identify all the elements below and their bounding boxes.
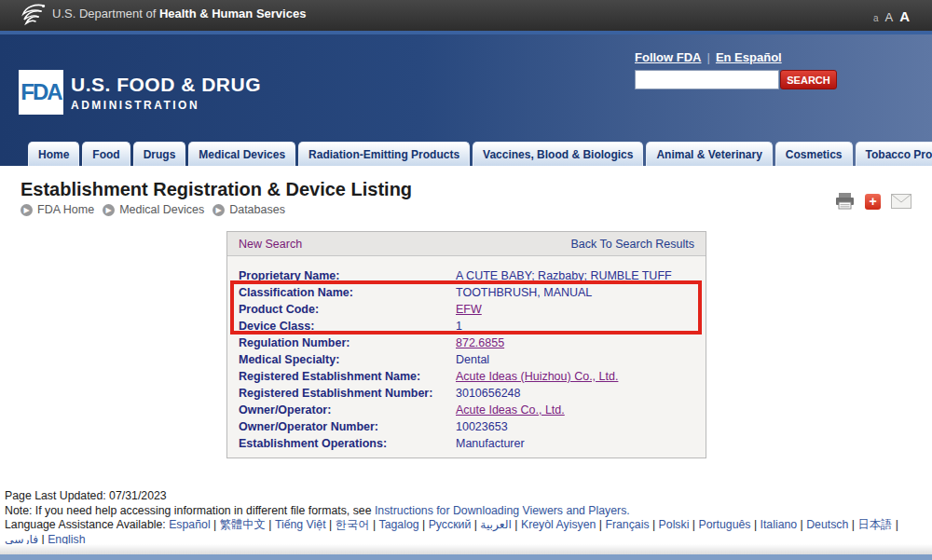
language-link-[interactable]: 한국어 <box>336 518 370 531</box>
header-links-separator: | <box>707 50 710 64</box>
fda-brand-text: U.S. FOOD & DRUG ADMINISTRATION <box>71 70 261 115</box>
detail-row-establishment-operations: Establishment Operations:Manufacturer <box>227 435 706 452</box>
hhs-department-text[interactable]: U.S. Department of Health & Human Servic… <box>52 7 306 20</box>
language-link-krey-l-ayisyen[interactable]: Kreyòl Ayisyen <box>521 518 596 531</box>
text-size-large-button[interactable]: A <box>899 8 910 24</box>
nav-tab-radiation-emitting-products[interactable]: Radiation-Emitting Products <box>298 142 470 166</box>
detail-value: 10023653 <box>456 418 508 435</box>
language-link-ti-ng-vi-t[interactable]: Tiếng Việt <box>275 518 326 531</box>
language-assistance-label: Language Assistance Available: <box>5 518 169 531</box>
fda-brand[interactable]: FDA U.S. FOOD & DRUG ADMINISTRATION <box>19 70 261 115</box>
language-separator: | <box>650 518 659 531</box>
nav-tab-food[interactable]: Food <box>82 142 130 166</box>
detail-value-link[interactable]: Acute Ideas Co., Ltd. <box>456 402 565 418</box>
detail-label: Owner/Operator: <box>239 402 456 418</box>
breadcrumb: ▶FDA Home▶Medical Devices▶Databases <box>21 203 932 216</box>
search-input[interactable] <box>635 70 779 89</box>
detail-label: Registered Establishment Number: <box>239 385 456 402</box>
language-separator: | <box>751 518 761 531</box>
nav-tab-vaccines-blood-biologics[interactable]: Vaccines, Blood & Biologics <box>473 142 643 166</box>
language-separator: | <box>848 518 857 531</box>
language-separator: | <box>419 518 429 531</box>
language-assistance: Language Assistance Available: Español |… <box>5 518 923 547</box>
detail-value: 1 <box>456 318 462 335</box>
detail-row-medical-specialty: Medical Specialty:Dental <box>227 351 706 368</box>
fda-logo: FDA <box>19 70 63 115</box>
language-link-[interactable]: العربية <box>480 518 512 531</box>
fda-org-line1: U.S. FOOD & DRUG <box>71 74 261 96</box>
language-link-[interactable]: 繁體中文 <box>220 518 266 531</box>
fda-masthead: FDA U.S. FOOD & DRUG ADMINISTRATION Foll… <box>0 34 932 166</box>
page-title: Establishment Registration & Device List… <box>21 179 932 200</box>
follow-fda-link[interactable]: Follow FDA <box>635 50 702 64</box>
language-link-[interactable]: 日本語 <box>857 518 892 531</box>
nav-tab-tobacco-products[interactable]: Tobacco Products <box>856 142 932 166</box>
language-separator: | <box>369 518 378 531</box>
breadcrumb-label: FDA Home <box>37 203 94 216</box>
detail-label: Establishment Operations: <box>239 435 456 452</box>
detail-label: Registered Establishment Name: <box>239 368 456 385</box>
language-separator: | <box>326 518 336 531</box>
language-link-fran-ais[interactable]: Français <box>605 518 649 531</box>
file-formats-note: Note: If you need help accessing informa… <box>5 504 923 519</box>
hhs-eagle-logo-icon <box>19 2 47 26</box>
language-link-polski[interactable]: Polski <box>659 518 690 531</box>
page-action-icons: + <box>835 193 911 210</box>
viewers-players-link[interactable]: Instructions for Downloading Viewers and… <box>375 504 630 517</box>
email-icon[interactable] <box>891 194 911 209</box>
detail-label: Device Class: <box>239 318 456 335</box>
language-link-italiano[interactable]: Italiano <box>761 518 798 531</box>
breadcrumb-arrow-icon: ▶ <box>212 204 225 216</box>
detail-label: Product Code: <box>239 301 456 318</box>
breadcrumb-label: Medical Devices <box>119 203 204 216</box>
breadcrumb-databases[interactable]: ▶Databases <box>212 203 285 216</box>
detail-label: Regulation Number: <box>239 335 456 351</box>
text-size-small-button[interactable]: a <box>873 13 879 23</box>
nav-tab-cosmetics[interactable]: Cosmetics <box>775 142 853 166</box>
page-footer: Page Last Updated: 07/31/2023 Note: If y… <box>5 489 923 547</box>
new-search-link[interactable]: New Search <box>239 238 302 251</box>
nav-tab-drugs[interactable]: Drugs <box>133 142 186 166</box>
detail-row-proprietary-name: Proprietary Name:A CUTE BABY; Razbaby; R… <box>227 267 706 284</box>
nav-tabs: HomeFoodDrugsMedical DevicesRadiation-Em… <box>28 142 932 166</box>
detail-value-link[interactable]: Acute Ideas (Huizhou) Co., Ltd. <box>456 368 618 385</box>
language-link-deutsch[interactable]: Deutsch <box>806 518 848 531</box>
header-right: Follow FDA|En Español SEARCH <box>635 50 837 89</box>
detail-label: Proprietary Name: <box>239 267 456 284</box>
en-espanol-link[interactable]: En Español <box>716 50 782 64</box>
language-link-espa-ol[interactable]: Español <box>169 518 210 531</box>
detail-value-link[interactable]: EFW <box>456 301 482 318</box>
language-link-[interactable]: Русский <box>429 518 472 531</box>
search-button[interactable]: SEARCH <box>780 70 837 89</box>
breadcrumb-medical-devices[interactable]: ▶Medical Devices <box>103 203 204 216</box>
back-to-search-results-link[interactable]: Back To Search Results <box>571 238 694 251</box>
detail-row-registered-establishment-number: Registered Establishment Number:30106562… <box>227 385 706 402</box>
breadcrumb-fda-home[interactable]: ▶FDA Home <box>21 203 94 216</box>
footer-fade-strip <box>0 544 932 554</box>
detail-row-device-class: Device Class:1 <box>227 318 706 335</box>
detail-row-owner-operator-number: Owner/Operator Number:10023653 <box>227 418 706 435</box>
language-separator: | <box>689 518 698 531</box>
panel-body: Proprietary Name:A CUTE BABY; Razbaby; R… <box>227 256 706 458</box>
detail-row-registered-establishment-name: Registered Establishment Name:Acute Idea… <box>227 368 706 385</box>
nav-tab-medical-devices[interactable]: Medical Devices <box>188 142 295 166</box>
language-separator: | <box>211 518 220 531</box>
detail-value: Manufacturer <box>456 435 525 452</box>
detail-value: Dental <box>456 351 489 368</box>
detail-value: 3010656248 <box>456 385 521 402</box>
nav-tab-home[interactable]: Home <box>28 142 79 166</box>
language-separator: | <box>892 518 898 531</box>
fda-org-line2: ADMINISTRATION <box>71 99 261 112</box>
search-area: SEARCH <box>635 70 837 89</box>
language-link-portugu-s[interactable]: Português <box>698 518 750 531</box>
nav-tab-animal-veterinary[interactable]: Animal & Veterinary <box>646 142 772 166</box>
print-icon[interactable] <box>835 193 855 210</box>
detail-row-product-code: Product Code:EFW <box>227 301 706 318</box>
text-size-medium-button[interactable]: A <box>884 10 893 24</box>
language-link-tagalog[interactable]: Tagalog <box>379 518 419 531</box>
hhs-top-bar: U.S. Department of Health & Human Servic… <box>0 0 932 34</box>
share-icon[interactable]: + <box>865 194 881 210</box>
detail-value-link[interactable]: 872.6855 <box>456 335 504 351</box>
detail-value: TOOTHBRUSH, MANUAL <box>456 284 592 301</box>
note-text: Note: If you need help accessing informa… <box>5 504 375 517</box>
